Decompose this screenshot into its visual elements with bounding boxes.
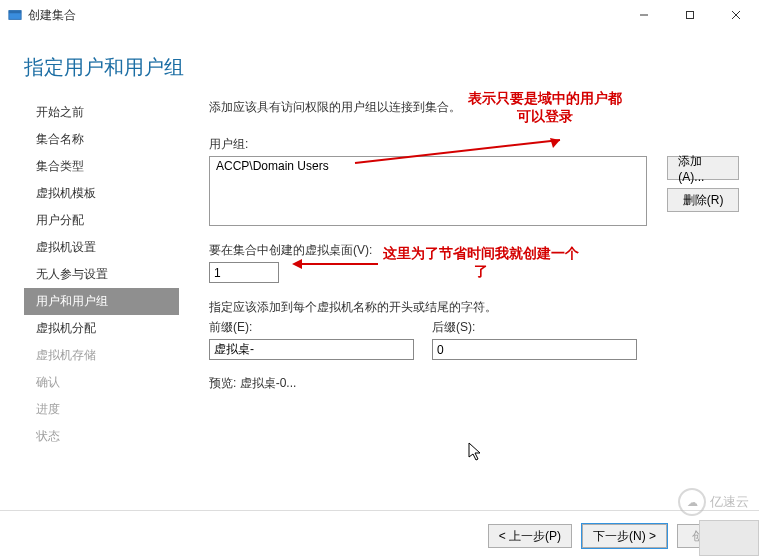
sidebar-item-progress: 进度 bbox=[24, 396, 179, 423]
desktop-count-label: 要在集合中创建的虚拟桌面(V): bbox=[209, 242, 739, 259]
sidebar-item-users-groups[interactable]: 用户和用户组 bbox=[24, 288, 179, 315]
suffix-input[interactable] bbox=[432, 339, 637, 360]
main-panel: 添加应该具有访问权限的用户组以连接到集合。 用户组: ACCP\Domain U… bbox=[179, 91, 759, 511]
add-button[interactable]: 添加(A)... bbox=[667, 156, 739, 180]
sidebar-item-start[interactable]: 开始之前 bbox=[24, 99, 179, 126]
sidebar-item-vm-storage: 虚拟机存储 bbox=[24, 342, 179, 369]
svg-rect-3 bbox=[687, 12, 694, 19]
naming-desc: 指定应该添加到每个虚拟机名称的开头或结尾的字符。 bbox=[209, 299, 739, 316]
close-button[interactable] bbox=[713, 0, 759, 30]
previous-button[interactable]: < 上一步(P) bbox=[488, 524, 572, 548]
watermark-icon: ☁ bbox=[678, 488, 706, 516]
window-controls bbox=[621, 0, 759, 30]
description-text: 添加应该具有访问权限的用户组以连接到集合。 bbox=[209, 99, 739, 116]
desktop-count-input[interactable] bbox=[209, 262, 279, 283]
prefix-label: 前缀(E): bbox=[209, 319, 414, 336]
user-groups-label: 用户组: bbox=[209, 136, 739, 153]
page-heading: 指定用户和用户组 bbox=[0, 30, 759, 91]
watermark: ☁ 亿速云 bbox=[678, 488, 749, 516]
sidebar-item-user-assign[interactable]: 用户分配 bbox=[24, 207, 179, 234]
wizard-sidebar: 开始之前 集合名称 集合类型 虚拟机模板 用户分配 虚拟机设置 无人参与设置 用… bbox=[0, 91, 179, 511]
sidebar-item-vm-settings[interactable]: 虚拟机设置 bbox=[24, 234, 179, 261]
sidebar-item-vm-template[interactable]: 虚拟机模板 bbox=[24, 180, 179, 207]
next-button[interactable]: 下一步(N) > bbox=[582, 524, 667, 548]
window-title: 创建集合 bbox=[28, 7, 621, 24]
maximize-button[interactable] bbox=[667, 0, 713, 30]
sidebar-item-status: 状态 bbox=[24, 423, 179, 450]
minimize-button[interactable] bbox=[621, 0, 667, 30]
footer-divider bbox=[0, 510, 759, 511]
remove-button[interactable]: 删除(R) bbox=[667, 188, 739, 212]
sidebar-item-vm-assign[interactable]: 虚拟机分配 bbox=[24, 315, 179, 342]
svg-rect-1 bbox=[9, 11, 21, 14]
preview-value: 虚拟桌-0... bbox=[240, 376, 297, 390]
sidebar-item-unattended[interactable]: 无人参与设置 bbox=[24, 261, 179, 288]
preview-line: 预览: 虚拟桌-0... bbox=[209, 375, 739, 392]
sidebar-item-collection-name[interactable]: 集合名称 bbox=[24, 126, 179, 153]
cropped-edge bbox=[699, 520, 759, 556]
suffix-label: 后缀(S): bbox=[432, 319, 637, 336]
sidebar-item-confirm: 确认 bbox=[24, 369, 179, 396]
user-groups-listbox[interactable]: ACCP\Domain Users bbox=[209, 156, 647, 226]
app-icon bbox=[8, 8, 22, 22]
user-group-entry[interactable]: ACCP\Domain Users bbox=[216, 159, 640, 173]
prefix-input[interactable] bbox=[209, 339, 414, 360]
watermark-text: 亿速云 bbox=[710, 493, 749, 511]
preview-label: 预览: bbox=[209, 376, 240, 390]
sidebar-item-collection-type[interactable]: 集合类型 bbox=[24, 153, 179, 180]
titlebar: 创建集合 bbox=[0, 0, 759, 30]
